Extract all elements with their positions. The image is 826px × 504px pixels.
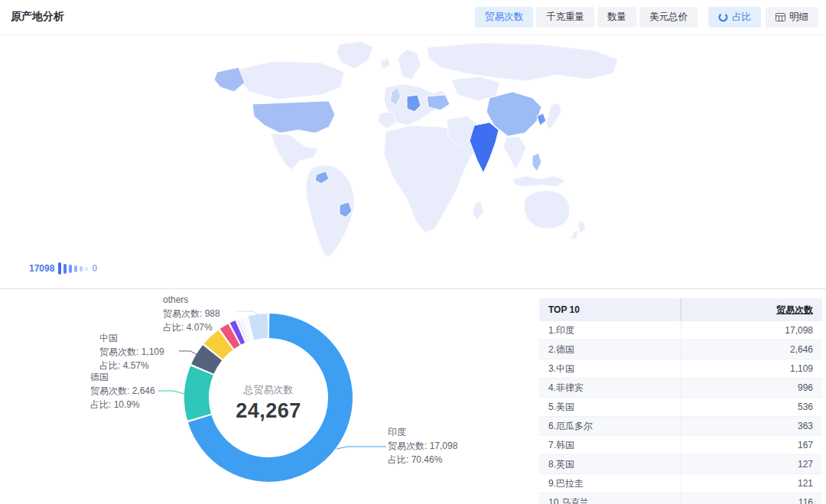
- map-region-mexico[interactable]: [271, 133, 318, 170]
- table-row: 5.美国536: [539, 398, 822, 417]
- table-cell-value: 2,646: [681, 340, 822, 359]
- table-row: 10.乌克兰116: [539, 493, 822, 504]
- map-region-scandinavia[interactable]: [398, 49, 421, 80]
- legend-min-label: 0: [92, 263, 97, 274]
- map-region-madagascar[interactable]: [473, 200, 483, 220]
- map-region-indochina[interactable]: [503, 136, 526, 170]
- metric-tab-quantity[interactable]: 数量: [597, 7, 636, 28]
- donut-center: 总贸易次数 24,267: [207, 383, 330, 423]
- table-cell-value: 121: [681, 474, 822, 493]
- legend-bar-4: [80, 266, 83, 272]
- metric-tab-kg-weight[interactable]: 千克重量: [536, 7, 594, 28]
- map-region-japan[interactable]: [546, 102, 561, 130]
- detail-view-label: 明细: [789, 11, 808, 24]
- map-legend: 17098 0: [29, 260, 97, 277]
- metric-tab-group: 贸易次数 千克重量 数量 美元总价: [475, 7, 698, 28]
- donut-callout-others: others 贸易次数: 988 占比: 4.07%: [163, 293, 220, 334]
- table-cell-value: 363: [681, 417, 822, 436]
- table-row: 4.菲律宾996: [539, 379, 822, 398]
- map-region-philippines[interactable]: [532, 153, 541, 171]
- map-region-india[interactable]: [470, 122, 499, 173]
- table-cell-country: 1.印度: [539, 321, 681, 340]
- table-cell-country: 4.菲律宾: [539, 379, 681, 398]
- legend-bar-5: [85, 267, 88, 271]
- table-icon: [776, 13, 785, 21]
- map-region-united-states[interactable]: [252, 101, 335, 133]
- legend-bars: [58, 262, 88, 275]
- map-region-alaska[interactable]: [214, 67, 245, 92]
- metric-tab-trade-count[interactable]: 贸易次数: [475, 7, 533, 28]
- callout-value: 贸易次数: 988: [163, 307, 220, 320]
- map-region-canada[interactable]: [239, 61, 344, 99]
- ratio-view-button[interactable]: 占比: [708, 7, 761, 28]
- donut-callout-china: 中国 贸易次数: 1,109 占比: 4.57%: [99, 331, 164, 372]
- table-row: 1.印度17,098: [539, 321, 822, 340]
- table-cell-country: 9.巴拉圭: [539, 474, 681, 493]
- table-cell-country: 5.美国: [539, 398, 681, 417]
- table-row: 6.厄瓜多尔363: [539, 417, 822, 436]
- detail-view-button[interactable]: 明细: [766, 7, 818, 28]
- map-region-russia[interactable]: [427, 43, 618, 81]
- table-cell-country: 3.中国: [539, 359, 681, 379]
- callout-value: 贸易次数: 1,109: [99, 345, 164, 359]
- map-region-indonesia[interactable]: [512, 176, 566, 187]
- toolbar: 贸易次数 千克重量 数量 美元总价 占比 明细: [475, 7, 818, 28]
- callout-percent: 占比: 4.07%: [163, 320, 220, 334]
- table-row: 8.英国127: [539, 455, 822, 474]
- table-cell-value: 127: [681, 455, 822, 474]
- page-title: 原产地分析: [11, 10, 64, 24]
- donut-callout-india: 印度 贸易次数: 17,098 占比: 70.46%: [388, 425, 457, 467]
- donut-callout-germany: 德国 贸易次数: 2,646 占比: 10.9%: [90, 370, 155, 411]
- callout-value: 贸易次数: 2,646: [90, 384, 155, 398]
- callout-percent: 占比: 10.9%: [90, 398, 155, 411]
- sort-trade-count-link[interactable]: 贸易次数: [776, 304, 813, 315]
- table-row: 3.中国1,109: [539, 359, 822, 379]
- pie-chart-icon: [718, 12, 728, 22]
- callout-name: 德国: [90, 370, 155, 384]
- origin-analysis-page: 原产地分析 贸易次数 千克重量 数量 美元总价 占比 明细: [0, 0, 826, 504]
- table-cell-value: 167: [681, 436, 822, 455]
- table-row: 9.巴拉圭121: [539, 474, 822, 493]
- map-region-australia[interactable]: [524, 190, 570, 229]
- table-cell-country: 7.韩国: [539, 436, 681, 455]
- world-map-chart: [205, 40, 633, 263]
- legend-bar-1: [63, 264, 67, 274]
- table-cell-country: 6.厄瓜多尔: [539, 417, 681, 436]
- table-cell-country: 10.乌克兰: [539, 493, 681, 504]
- table-cell-country: 2.德国: [539, 340, 681, 359]
- map-region-greenland[interactable]: [337, 41, 373, 69]
- map-region-ukraine[interactable]: [427, 95, 450, 110]
- table-row: 7.韩国167: [539, 436, 822, 455]
- section-divider: [0, 288, 826, 289]
- table-cell-value: 17,098: [681, 321, 822, 340]
- callout-name: others: [163, 293, 220, 307]
- legend-max-label: 17098: [29, 263, 54, 274]
- table-header-metric: 贸易次数: [681, 298, 822, 321]
- callout-name: 印度: [388, 425, 457, 439]
- table-header-row: TOP 10 贸易次数: [539, 298, 822, 321]
- map-region-new-zealand[interactable]: [571, 220, 586, 240]
- donut-center-value: 24,267: [207, 399, 330, 423]
- table-cell-value: 996: [681, 379, 822, 398]
- legend-bar-0: [58, 262, 61, 275]
- donut-center-label: 总贸易次数: [207, 383, 330, 397]
- legend-bar-3: [74, 265, 77, 272]
- table-header-top10: TOP 10: [539, 298, 681, 321]
- metric-tab-usd-total[interactable]: 美元总价: [639, 7, 698, 28]
- table-row: 2.德国2,646: [539, 340, 822, 359]
- table-cell-value: 536: [681, 398, 822, 417]
- table-cell-country: 8.英国: [539, 455, 681, 474]
- ratio-view-label: 占比: [732, 11, 751, 24]
- table-cell-value: 1,109: [681, 359, 822, 379]
- header-divider: [0, 34, 826, 35]
- map-region-iceland[interactable]: [381, 58, 390, 69]
- callout-value: 贸易次数: 17,098: [388, 439, 457, 453]
- map-region-iberia[interactable]: [378, 112, 396, 128]
- legend-bar-2: [69, 265, 72, 273]
- table-cell-value: 116: [681, 493, 822, 504]
- callout-name: 中国: [99, 331, 164, 345]
- callout-percent: 占比: 70.46%: [388, 453, 457, 467]
- top10-table: TOP 10 贸易次数 1.印度17,0982.德国2,6463.中国1,109…: [539, 298, 822, 504]
